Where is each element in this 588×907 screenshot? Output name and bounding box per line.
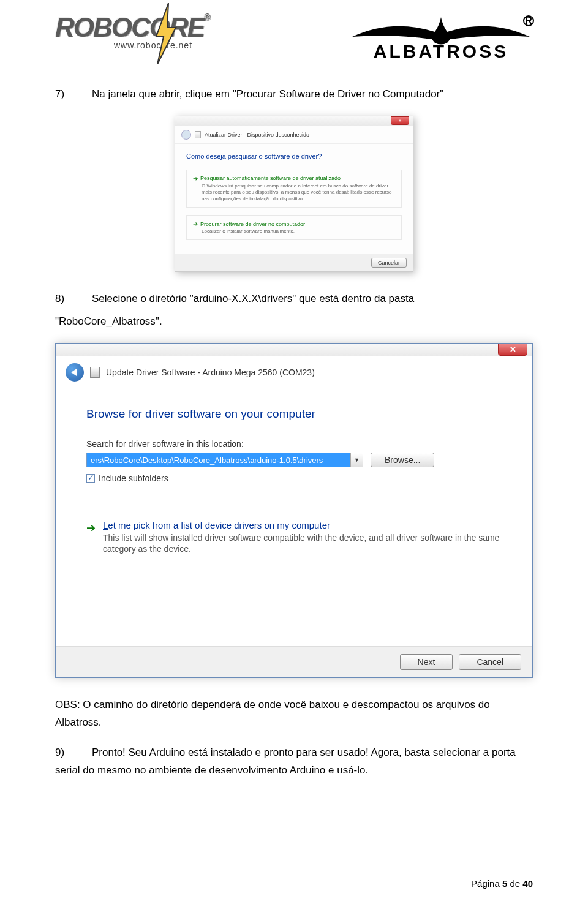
dialog2-title-text: Update Driver Software - Arduino Mega 25… bbox=[106, 367, 315, 377]
svg-marker-0 bbox=[156, 3, 176, 64]
step-7-text: 7)Na janela que abrir, clique em "Procur… bbox=[55, 86, 533, 103]
arrow-icon: ➔ bbox=[193, 220, 198, 227]
document-header: ROBOCORE® www.robocore.net R ALBATROSS bbox=[55, 12, 533, 67]
robocore-wordmark: ROBOCORE® bbox=[55, 12, 209, 43]
dialog1-footer: Cancelar bbox=[175, 254, 413, 271]
dialog1-title-text: Atualizar Driver - Dispositivo desconhec… bbox=[205, 132, 309, 138]
cancel-button[interactable]: Cancelar bbox=[371, 258, 407, 268]
dialog2-breadcrumb: Update Driver Software - Arduino Mega 25… bbox=[56, 356, 532, 389]
dialog1-heading: Como deseja pesquisar o software de driv… bbox=[186, 152, 402, 160]
dialog2-footer: Next Cancel bbox=[56, 646, 532, 677]
step-9-text: 9)Pronto! Seu Arduino está instalado e p… bbox=[55, 744, 533, 780]
step-8-text: 8)Selecione o diretório "arduino-X.X.X\d… bbox=[55, 290, 533, 308]
arrow-icon: ➔ bbox=[86, 521, 96, 535]
pick-from-list-option[interactable]: ➔ Let me pick from a list of device driv… bbox=[86, 520, 502, 554]
dialog2-screenshot: ✕ Update Driver Software - Arduino Mega … bbox=[55, 343, 533, 678]
device-icon bbox=[195, 131, 201, 138]
page-number: Página 5 de 40 bbox=[471, 878, 533, 889]
registered-icon: R bbox=[523, 15, 534, 26]
close-button[interactable]: x bbox=[391, 116, 409, 125]
close-button[interactable]: ✕ bbox=[498, 344, 527, 356]
obs-text: OBS: O caminho do diretório dependerá de… bbox=[55, 696, 533, 732]
device-icon bbox=[90, 367, 100, 378]
update-driver-dialog-en: ✕ Update Driver Software - Arduino Mega … bbox=[55, 343, 533, 678]
dialog2-titlebar: ✕ bbox=[56, 344, 532, 356]
dialog1-screenshot: x Atualizar Driver - Dispositivo desconh… bbox=[55, 116, 533, 273]
dialog1-breadcrumb: Atualizar Driver - Dispositivo desconhec… bbox=[175, 126, 413, 144]
back-icon[interactable] bbox=[181, 130, 191, 140]
path-input[interactable] bbox=[87, 453, 350, 467]
include-subfolders-checkbox[interactable]: Include subfolders bbox=[86, 473, 502, 483]
cancel-button[interactable]: Cancel bbox=[459, 654, 521, 670]
search-location-label: Search for driver software in this locat… bbox=[86, 439, 502, 449]
pick-option-title: Let me pick from a list of device driver… bbox=[103, 520, 502, 530]
dropdown-arrow-icon[interactable]: ▼ bbox=[350, 453, 363, 467]
path-combobox[interactable]: ▼ bbox=[86, 453, 363, 467]
option-browse-computer[interactable]: ➔Procurar software de driver no computad… bbox=[186, 215, 402, 240]
next-button[interactable]: Next bbox=[400, 654, 453, 670]
albatross-wordmark: ALBATROSS bbox=[349, 41, 533, 62]
option-auto-search[interactable]: ➔Pesquisar automaticamente software de d… bbox=[186, 170, 402, 208]
update-driver-dialog-pt: x Atualizar Driver - Dispositivo desconh… bbox=[175, 116, 413, 273]
browse-button[interactable]: Browse... bbox=[371, 453, 434, 467]
robocore-logo: ROBOCORE® www.robocore.net bbox=[55, 12, 251, 67]
step-8-text-2: "RoboCore_Albatross". bbox=[55, 313, 533, 331]
pick-option-desc: This list will show installed driver sof… bbox=[103, 532, 502, 554]
back-button[interactable] bbox=[66, 363, 84, 382]
checkbox-icon[interactable] bbox=[86, 474, 95, 483]
arrow-icon: ➔ bbox=[193, 175, 198, 182]
dialog1-titlebar: x bbox=[175, 116, 413, 126]
lightning-bolt-icon bbox=[150, 3, 181, 64]
dialog2-heading: Browse for driver software on your compu… bbox=[86, 407, 502, 421]
albatross-logo: R ALBATROSS bbox=[349, 12, 533, 62]
